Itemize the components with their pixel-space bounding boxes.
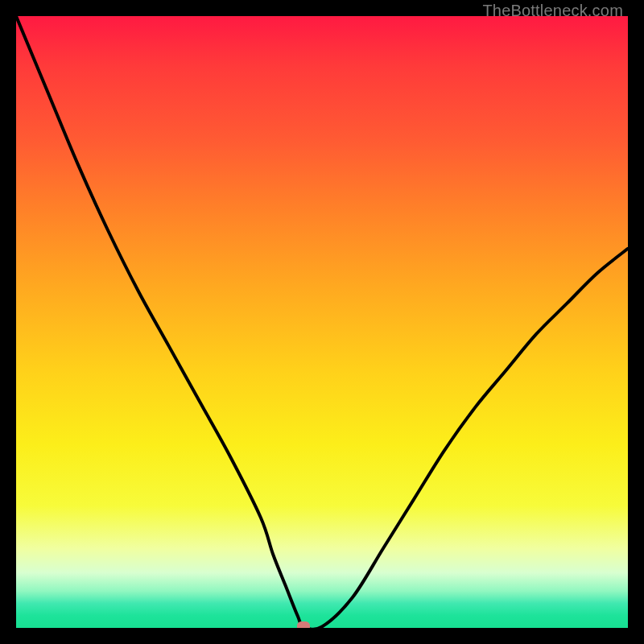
plot-area xyxy=(16,16,628,628)
curve-svg xyxy=(16,16,628,628)
bottleneck-curve xyxy=(16,16,628,628)
chart-frame: TheBottleneck.com xyxy=(0,0,644,644)
optimum-marker xyxy=(297,621,310,628)
